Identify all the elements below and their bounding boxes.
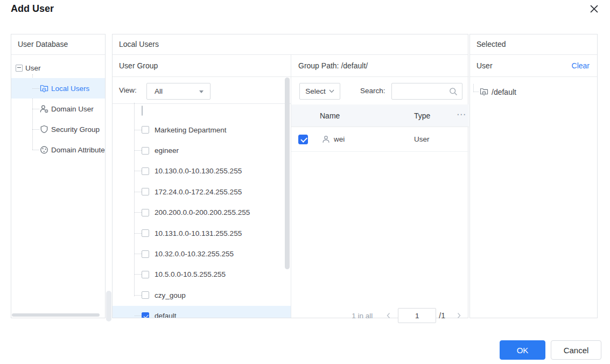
page-number-input[interactable] [398,308,436,323]
search-box [391,83,462,100]
sidebar-item-domain-user[interactable]: Domain User [11,99,105,119]
local-users-panel: Local Users User Group View: All Marketi… [112,34,468,318]
ok-button[interactable]: OK [500,340,545,360]
clear-link[interactable]: Clear [572,55,590,76]
group-label: 200.200.0.0-200.200.255.255 [155,208,250,216]
tree-branch-line [135,150,142,151]
tree-branch-line [135,171,142,171]
sidebar-item-local-users[interactable]: Local Users [11,78,105,99]
group-label: 172.24.0.0-172.24.255.255 [155,188,242,196]
horizontal-scrollbar[interactable] [12,313,100,317]
page-count: /1 [439,311,445,320]
person-icon [321,135,331,144]
group-row-default[interactable]: default [113,306,291,318]
checkbox-unchecked[interactable] [142,126,149,134]
group-row-172-24-0-0-172-24-255-255[interactable]: 172.24.0.0-172.24.255.255 [113,181,291,202]
group-list-scrollbar[interactable] [285,78,290,269]
cell-name: wei [334,127,345,152]
search-icon[interactable] [448,87,458,96]
globe-dots-icon [39,145,49,155]
collapse-minus-icon[interactable] [16,65,23,72]
checkbox-unchecked[interactable] [142,188,149,195]
group-path-column: Group Path: /default/ Select Search: Nam… [291,55,469,318]
select-button-label: Select [305,87,326,95]
cell-type: User [414,127,430,152]
selected-header: Selected [470,34,597,55]
tree-branch-line [135,212,142,213]
checkbox-unchecked[interactable] [142,229,149,237]
sidebar-item-label: Domain Attribute [51,146,105,154]
tree-branch-line [473,84,479,92]
selected-user-row: User Clear [470,55,597,77]
tree-branch-line [32,150,39,150]
checkbox-checked[interactable] [142,312,149,318]
group-row-10-32-0-0-10-32-255-255[interactable]: 10.32.0.0-10.32.255.255 [113,243,291,264]
group-row-10-130-0-0-10-130-255-255[interactable]: 10.130.0.0-10.130.255.255 [113,161,291,181]
selected-item--default[interactable]: /default [470,84,597,100]
group-row-czy-goup[interactable]: czy_goup [113,285,291,305]
table-row-wei[interactable]: weiUser [291,127,469,152]
group-checkbox-list: Marketing Departmentegineer10.130.0.0-10… [113,103,291,318]
checkbox-unchecked[interactable] [142,250,149,258]
view-label: View: [119,77,137,103]
prev-page-icon[interactable] [385,312,392,319]
next-page-icon[interactable] [455,312,462,319]
column-header-name: Name [320,104,340,127]
tree-root-label: User [25,64,41,72]
group-row-10-5-0-0-10-5-255-255[interactable]: 10.5.0.0-10.5.255.255 [113,264,291,285]
group-row-egineer[interactable]: egineer [113,140,291,160]
add-user-dialog: Add User User Database User Local UsersD… [0,0,610,364]
tree-branch-line [135,316,142,316]
sidebar-item-security-group[interactable]: Security Group [11,119,105,139]
group-label: egineer [155,146,179,155]
close-icon[interactable] [590,5,600,15]
sidebar-item-label: Local Users [51,85,89,93]
group-label: Marketing Department [155,126,227,134]
user-gear-icon [39,104,49,114]
checkbox-unchecked[interactable] [142,209,149,216]
local-users-header: Local Users [113,34,468,55]
shield-icon [39,124,49,134]
selected-section-label: User [476,55,493,76]
group-label: 10.131.0.0-10.131.255.255 [155,229,242,237]
checkbox-unchecked[interactable] [142,147,149,155]
tree-branch-line [32,129,39,130]
tree-branch-line [135,254,142,254]
checkbox-unchecked[interactable] [142,291,149,299]
view-select[interactable]: All [146,83,211,100]
group-label: 10.130.0.0-10.130.255.255 [155,167,242,175]
pagination-total: 1 in all [352,312,373,320]
checkbox-unchecked[interactable] [142,167,149,175]
select-dropdown-button[interactable]: Select [299,83,340,100]
tree-branch-line [135,295,142,296]
tree-branch-line [32,109,39,109]
view-select-value: All [155,87,163,95]
sidebar-item-label: Domain User [51,105,94,113]
group-checkbox-partial[interactable] [142,106,143,116]
checkbox-checked[interactable] [298,135,308,144]
chevron-down-icon [329,89,334,93]
tree-branch-line [135,233,142,234]
group-row-10-131-0-0-10-131-255-255[interactable]: 10.131.0.0-10.131.255.255 [113,223,291,243]
column-header-type: Type [414,104,430,127]
view-row: View: All [113,77,291,104]
table-header: Name Type ⋯ [291,104,469,127]
group-row-marketing-department[interactable]: Marketing Department [113,120,291,140]
group-label: 10.32.0.0-10.32.255.255 [155,250,234,258]
selected-panel: Selected User Clear /default [469,34,598,318]
cancel-button[interactable]: Cancel [551,340,601,360]
vertical-scrollbar[interactable] [106,291,111,321]
dialog-title: Add User [11,3,54,15]
column-options-icon[interactable]: ⋯ [454,104,468,127]
folder-pin-icon [39,83,49,93]
user-group-header: User Group [113,55,291,77]
search-label: Search: [360,77,385,105]
group-row-200-200-0-0-200-200-255-255[interactable]: 200.200.0.0-200.200.255.255 [113,202,291,223]
caret-down-icon [199,90,204,93]
tree-branch-line [135,130,142,130]
search-input[interactable] [395,84,450,100]
tree-branch-line [32,88,39,89]
tree-root-user[interactable]: User [11,61,105,74]
checkbox-unchecked[interactable] [142,271,149,278]
sidebar-item-domain-attribute[interactable]: Domain Attribute [11,139,105,160]
